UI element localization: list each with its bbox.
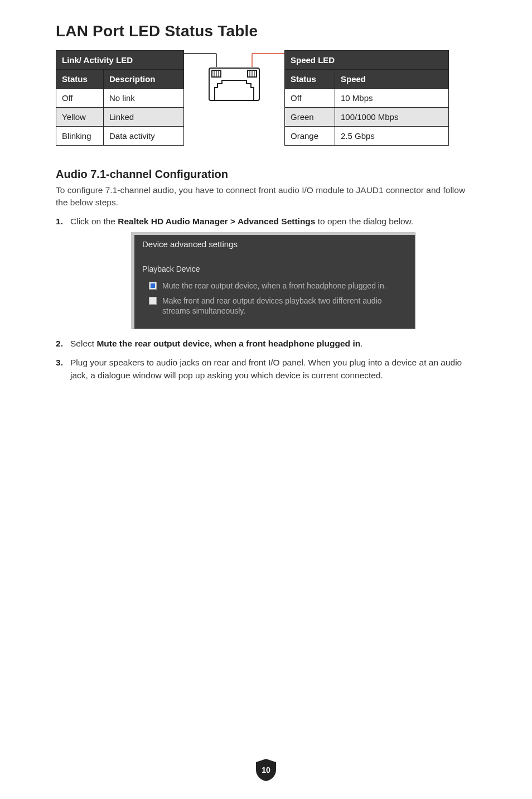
page-number-badge: 10	[254, 758, 278, 782]
cell: Off	[285, 89, 335, 108]
cell: Linked	[104, 108, 184, 127]
cell: Blinking	[56, 127, 104, 146]
step2-pre: Select	[70, 339, 96, 348]
step2-bold: Mute the rear output device, when a fron…	[96, 339, 360, 348]
cell: Orange	[285, 127, 335, 146]
speed-table-title: Speed LED	[285, 51, 449, 70]
page-title: LAN Port LED Status Table	[56, 22, 476, 40]
step-3: Plug your speakers to audio jacks on rea…	[56, 356, 476, 382]
checkbox-icon[interactable]	[149, 297, 157, 305]
table-row: Green 100/1000 Mbps	[285, 108, 449, 127]
dialog-option-2[interactable]: Make front and rear output devices playb…	[142, 295, 407, 320]
step1-bold: Realtek HD Audio Manager > Advanced Sett…	[118, 216, 315, 226]
speed-table-h0: Status	[285, 70, 335, 89]
cell: Data activity	[104, 127, 184, 146]
intro-text: To configure 7.1-channel audio, you have…	[56, 184, 476, 209]
cell: 2.5 Gbps	[335, 127, 449, 146]
link-table-h1: Description	[104, 70, 184, 89]
page-number: 10	[254, 758, 278, 782]
step1-pre: Click on the	[70, 216, 118, 226]
table-row: Off No link	[56, 89, 184, 108]
table-row: Yellow Linked	[56, 108, 184, 127]
cell: Green	[285, 108, 335, 127]
link-table-title: Link/ Activity LED	[56, 51, 184, 70]
dialog-option-2-label: Make front and rear output devices playb…	[162, 296, 407, 317]
speed-led-table: Speed LED Status Speed Off 10 Mbps Green…	[284, 50, 449, 146]
dialog-option-1[interactable]: Mute the rear output device, when a fron…	[142, 280, 407, 295]
cell: 10 Mbps	[335, 89, 449, 108]
step1-post: to open the dialog below.	[315, 216, 413, 226]
dialog-option-1-label: Mute the rear output device, when a fron…	[162, 281, 386, 291]
link-table-h0: Status	[56, 70, 104, 89]
table-row: Off 10 Mbps	[285, 89, 449, 108]
step2-post: .	[360, 339, 362, 348]
step-1: Click on the Realtek HD Audio Manager > …	[56, 215, 476, 329]
dialog-section-label: Playback Device	[142, 263, 407, 275]
step-2: Select Mute the rear output device, when…	[56, 337, 476, 350]
lan-port-diagram	[184, 50, 284, 107]
dialog-title: Device advanced settings	[142, 238, 407, 251]
cell: Off	[56, 89, 104, 108]
device-advanced-settings-dialog: Device advanced settings Playback Device…	[131, 232, 415, 329]
steps-list: Click on the Realtek HD Audio Manager > …	[56, 215, 476, 382]
cell: Yellow	[56, 108, 104, 127]
section-title-audio: Audio 7.1-channel Configuration	[56, 168, 476, 181]
cell: No link	[104, 89, 184, 108]
tables-row: Link/ Activity LED Status Description Of…	[56, 50, 476, 146]
cell: 100/1000 Mbps	[335, 108, 449, 127]
link-activity-table: Link/ Activity LED Status Description Of…	[56, 50, 184, 146]
speed-table-h1: Speed	[335, 70, 449, 89]
table-row: Orange 2.5 Gbps	[285, 127, 449, 146]
table-row: Blinking Data activity	[56, 127, 184, 146]
checkbox-icon[interactable]	[149, 282, 157, 290]
